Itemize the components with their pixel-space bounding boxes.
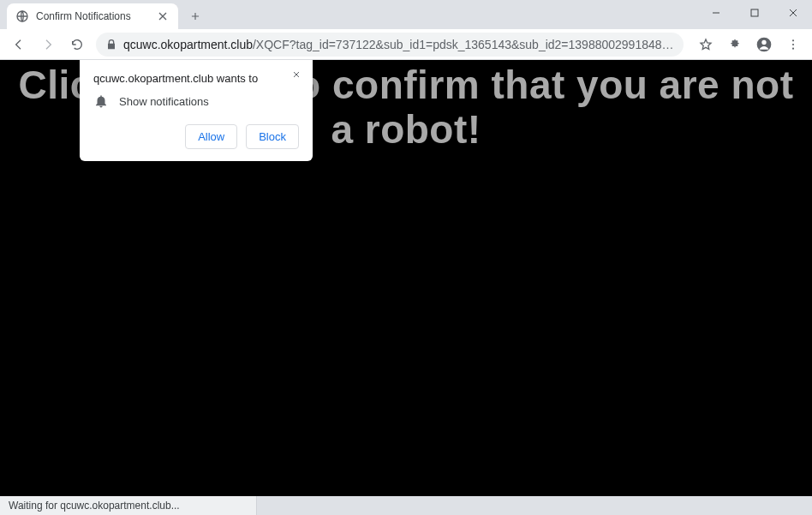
url-path: /XQCF?tag_id=737122&sub_id1=pdsk_1365143…	[253, 38, 675, 51]
menu-button[interactable]	[779, 31, 807, 58]
new-tab-button[interactable]	[183, 4, 207, 28]
block-button[interactable]: Block	[246, 124, 299, 149]
svg-rect-1	[751, 9, 758, 16]
url-text: qcuwc.okopartment.club/XQCF?tag_id=73712…	[123, 38, 675, 51]
close-window-button[interactable]	[773, 0, 812, 26]
profile-button[interactable]	[750, 31, 778, 58]
permission-origin-text: qcuwc.okopartment.club wants to	[93, 72, 299, 85]
status-bar: Waiting for qcuwc.okopartment.club...	[0, 496, 812, 515]
tab-title: Confirm Notifications	[36, 10, 156, 22]
window-titlebar: Confirm Notifications	[0, 0, 812, 29]
svg-point-6	[792, 47, 794, 49]
extensions-button[interactable]	[721, 31, 749, 58]
popup-close-icon[interactable]	[289, 67, 304, 82]
bookmark-star-button[interactable]	[692, 31, 719, 58]
window-controls	[696, 0, 812, 29]
maximize-button[interactable]	[735, 0, 773, 26]
address-bar[interactable]: qcuwc.okopartment.club/XQCF?tag_id=73712…	[96, 33, 684, 57]
reload-button[interactable]	[63, 31, 91, 58]
tab-close-icon[interactable]	[156, 9, 170, 23]
notification-permission-popup: qcuwc.okopartment.club wants to Show not…	[80, 60, 313, 161]
minimize-button[interactable]	[696, 0, 735, 26]
url-domain: qcuwc.okopartment.club	[123, 38, 253, 51]
svg-point-4	[792, 39, 794, 41]
permission-request-label: Show notifications	[119, 95, 209, 108]
browser-tab[interactable]: Confirm Notifications	[7, 3, 178, 29]
svg-point-5	[792, 43, 794, 45]
lock-icon	[104, 38, 118, 51]
page-viewport: Click "Allow" to confirm that you are no…	[0, 60, 812, 496]
allow-button[interactable]: Allow	[185, 124, 237, 149]
browser-toolbar: qcuwc.okopartment.club/XQCF?tag_id=73712…	[0, 29, 812, 60]
globe-icon	[15, 9, 29, 23]
svg-point-3	[761, 39, 766, 44]
back-button[interactable]	[5, 31, 33, 58]
forward-button[interactable]	[34, 31, 62, 58]
bell-icon	[93, 93, 109, 109]
status-text: Waiting for qcuwc.okopartment.club...	[0, 496, 257, 515]
